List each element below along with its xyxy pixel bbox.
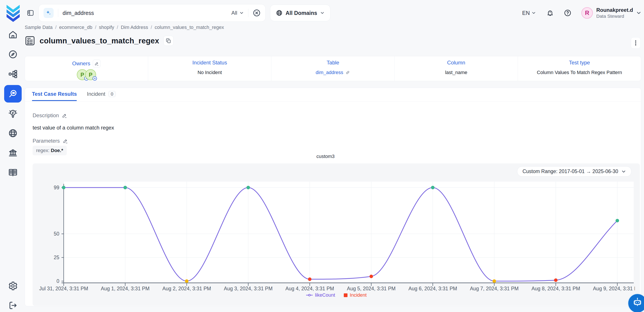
owners-label: Owners bbox=[72, 61, 90, 67]
owner-avatar[interactable]: P bbox=[85, 69, 96, 80]
data-point-success[interactable] bbox=[62, 186, 66, 189]
test-type-label: Test type bbox=[569, 60, 590, 66]
search-filter-dropdown[interactable]: All bbox=[231, 10, 244, 16]
robot-icon bbox=[632, 297, 643, 309]
svg-text:Aug 2, 2024, 3:31 PM: Aug 2, 2024, 3:31 PM bbox=[162, 286, 211, 291]
data-point-aborted[interactable] bbox=[492, 279, 496, 283]
sidebar-item-lineage-flow[interactable] bbox=[8, 69, 18, 79]
help-icon[interactable] bbox=[564, 9, 571, 17]
chevron-down-icon bbox=[240, 11, 244, 15]
svg-text:Aug 5, 2024, 3:31 PM: Aug 5, 2024, 3:31 PM bbox=[347, 286, 396, 291]
user-menu-chevron-icon[interactable] bbox=[636, 10, 641, 16]
breadcrumb-separator: / bbox=[151, 25, 152, 30]
domains-dropdown[interactable]: All Domains bbox=[270, 5, 330, 21]
sidebar-item-glossary-book[interactable] bbox=[8, 168, 18, 177]
data-point-success[interactable] bbox=[431, 186, 434, 189]
svg-text:50: 50 bbox=[54, 231, 59, 237]
sidebar-item-govern-bank[interactable] bbox=[8, 148, 18, 158]
sidebar-item-domains-globe[interactable] bbox=[8, 128, 18, 138]
tab-incident[interactable]: Incident 0 bbox=[87, 91, 116, 101]
sidebar-item-explore-compass[interactable] bbox=[8, 50, 18, 59]
incident-status-label: Incident Status bbox=[192, 60, 227, 66]
logout-icon bbox=[8, 300, 18, 310]
breadcrumb-item[interactable]: Dim Address bbox=[121, 25, 148, 30]
breadcrumb-separator: / bbox=[55, 25, 56, 30]
chevron-down-icon bbox=[320, 11, 324, 15]
language-dropdown[interactable]: EN bbox=[522, 10, 536, 16]
test-case-icon bbox=[25, 36, 35, 46]
svg-text:Aug 7, 2024, 3:31 PM: Aug 7, 2024, 3:31 PM bbox=[470, 286, 519, 291]
breadcrumb-item[interactable]: ecommerce_db bbox=[59, 25, 92, 30]
global-search[interactable]: All bbox=[38, 4, 266, 22]
globe-icon bbox=[276, 10, 282, 16]
data-point-success[interactable] bbox=[246, 186, 250, 189]
app-window: All All Domains EN bbox=[0, 0, 644, 312]
legend-marker bbox=[306, 293, 313, 297]
breadcrumb-separator: / bbox=[117, 25, 118, 30]
svg-text:25: 25 bbox=[54, 255, 59, 260]
user-info: Rounakpreet.d Data Steward bbox=[596, 7, 633, 19]
chart-title: custom3 bbox=[25, 153, 626, 159]
breadcrumb-item: column_values_to_match_regex bbox=[155, 25, 224, 30]
tab-test-case-results[interactable]: Test Case Results bbox=[32, 91, 77, 101]
test-results-line-chart[interactable]: 0255099Jul 31, 2024, 3:31 PMAug 1, 2024,… bbox=[35, 178, 635, 292]
breadcrumb-item[interactable]: shopify bbox=[99, 25, 114, 30]
openmetadata-logo bbox=[6, 4, 20, 22]
svg-text:99: 99 bbox=[54, 185, 59, 190]
svg-text:Aug 4, 2024, 3:31 PM: Aug 4, 2024, 3:31 PM bbox=[285, 286, 334, 291]
sidebar bbox=[0, 26, 26, 312]
sidebar-collapse-icon[interactable] bbox=[27, 9, 34, 17]
incident-status-value: No Incident bbox=[148, 70, 271, 75]
column-label: Column bbox=[447, 60, 465, 66]
svg-text:Aug 8, 2024, 3:31 PM: Aug 8, 2024, 3:31 PM bbox=[532, 286, 580, 291]
sidebar-item-home[interactable] bbox=[8, 30, 18, 40]
edit-parameters-icon[interactable] bbox=[63, 138, 68, 143]
chevron-down-icon bbox=[621, 169, 626, 174]
svg-text:Aug 9, 2024, 3:31 PM: Aug 9, 2024, 3:31 PM bbox=[593, 286, 635, 291]
summary-test-type: Test type Column Values To Match Regex P… bbox=[518, 56, 641, 81]
edit-description-icon[interactable] bbox=[62, 113, 67, 118]
main-card: Test Case Results Incident 0 Description… bbox=[25, 88, 641, 306]
search-clear-icon[interactable] bbox=[253, 9, 260, 17]
home-icon bbox=[8, 30, 18, 40]
copy-icon[interactable] bbox=[164, 36, 174, 46]
user-name: Rounakpreet.d bbox=[596, 7, 633, 13]
link-icon bbox=[345, 70, 350, 75]
data-point-success[interactable] bbox=[616, 219, 619, 222]
user-role: Data Steward bbox=[596, 13, 633, 19]
legend-item-likecount[interactable]: likeCount bbox=[306, 292, 335, 298]
data-point-failed[interactable] bbox=[370, 274, 373, 278]
table-link[interactable]: dim_address bbox=[316, 70, 350, 75]
time-range-dropdown[interactable]: Custom Range: 2017-05-01 → 2025-06-30 bbox=[517, 166, 632, 177]
data-point-failed[interactable] bbox=[554, 278, 558, 282]
user-avatar[interactable]: R bbox=[582, 7, 593, 19]
glossary-book-icon bbox=[8, 168, 18, 177]
lineage-flow-icon bbox=[8, 69, 18, 79]
breadcrumb: Sample Data/ecommerce_db/shopify/Dim Add… bbox=[25, 25, 224, 30]
notifications-bell-icon[interactable] bbox=[546, 9, 554, 17]
sidebar-item-insights-bulb[interactable] bbox=[8, 109, 18, 118]
top-bar: All All Domains EN bbox=[0, 0, 644, 26]
edit-owners-icon[interactable] bbox=[93, 60, 101, 68]
data-point-success[interactable] bbox=[124, 186, 127, 189]
breadcrumb-item[interactable]: Sample Data bbox=[25, 25, 52, 30]
domains-globe-icon bbox=[8, 128, 18, 138]
govern-bank-icon bbox=[8, 148, 18, 158]
legend-marker bbox=[344, 293, 348, 297]
svg-text:Aug 3, 2024, 3:31 PM: Aug 3, 2024, 3:31 PM bbox=[224, 286, 273, 291]
owner-team-badge-icon bbox=[92, 76, 97, 81]
column-value: last_name bbox=[395, 70, 518, 75]
sidebar-item-logout[interactable] bbox=[8, 300, 18, 310]
data-point-failed[interactable] bbox=[308, 277, 312, 281]
chevron-down-icon bbox=[532, 11, 536, 15]
incident-count-badge: 0 bbox=[108, 91, 116, 97]
legend-item-incident[interactable]: Incident bbox=[344, 292, 366, 298]
summary-owners: Owners PP bbox=[25, 56, 148, 81]
data-point-aborted[interactable] bbox=[185, 279, 188, 283]
sidebar-item-observability-search-eye[interactable] bbox=[4, 85, 22, 103]
ai-sparkle-icon bbox=[44, 8, 54, 18]
more-menu-icon[interactable] bbox=[631, 37, 640, 49]
svg-text:Jul 31, 2024, 3:31 PM: Jul 31, 2024, 3:31 PM bbox=[39, 286, 88, 291]
sidebar-item-settings-gear[interactable] bbox=[8, 281, 18, 291]
search-input[interactable] bbox=[62, 10, 231, 16]
